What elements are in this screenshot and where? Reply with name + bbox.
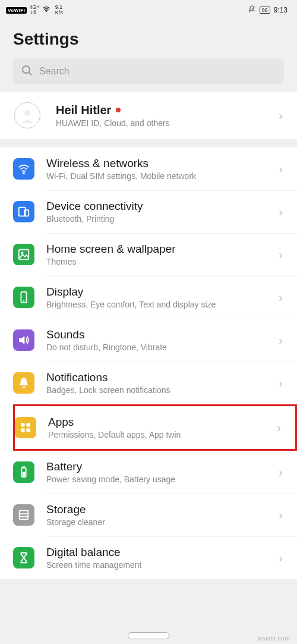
item-subtitle: Badges, Lock screen notifications — [46, 385, 275, 395]
status-left: VoWiFi 4G+.ııll 9.1K/s — [6, 5, 63, 15]
wifi-icon — [13, 158, 34, 180]
item-title: Home screen & wallpaper — [46, 243, 275, 256]
setting-item-notifications[interactable]: NotificationsBadges, Lock screen notific… — [13, 362, 297, 404]
item-title: Display — [46, 285, 275, 299]
chevron-right-icon: › — [275, 334, 283, 347]
avatar — [14, 102, 40, 128]
devices-icon — [13, 201, 34, 222]
item-subtitle: Bluetooth, Printing — [46, 214, 275, 224]
setting-item-storage[interactable]: StorageStorage cleaner› — [13, 494, 297, 536]
item-title: Wireless & networks — [46, 157, 275, 170]
account-sub: HUAWEI ID, Cloud, and others — [56, 118, 275, 128]
status-bar: VoWiFi 4G+.ııll 9.1K/s 86 9:13 — [0, 0, 297, 19]
setting-item-wireless[interactable]: Wireless & networksWi-Fi, Dual SIM setti… — [13, 147, 297, 190]
item-subtitle: Power saving mode, Battery usage — [46, 475, 275, 484]
setting-item-home-wall[interactable]: Home screen & wallpaperThemes› — [13, 233, 297, 276]
chevron-right-icon: › — [275, 508, 283, 522]
item-title: Digital balance — [46, 546, 275, 559]
setting-item-battery[interactable]: BatteryPower saving mode, Battery usage› — [13, 451, 297, 494]
watermark: wsxdn.com — [257, 635, 290, 642]
chevron-right-icon: › — [275, 162, 283, 176]
sound-icon — [13, 329, 34, 351]
item-title: Apps — [48, 416, 273, 429]
item-title: Battery — [46, 460, 275, 473]
item-title: Notifications — [46, 371, 275, 384]
chevron-right-icon: › — [275, 248, 283, 262]
setting-item-apps[interactable]: AppsPermissions, Default apps, App twin› — [13, 404, 297, 451]
item-subtitle: Wi-Fi, Dual SIM settings, Mobile network — [46, 171, 275, 181]
item-subtitle: Storage cleaner — [46, 517, 275, 527]
chevron-right-icon: › — [275, 205, 283, 219]
setting-item-device-conn[interactable]: Device connectivityBluetooth, Printing› — [13, 190, 297, 233]
search-icon — [21, 65, 32, 78]
search-placeholder: Search — [39, 66, 69, 77]
search-input[interactable]: Search — [13, 58, 284, 84]
search-wrap: Search — [0, 58, 297, 92]
battery-icon — [13, 461, 34, 483]
chevron-right-icon: › — [275, 376, 283, 390]
wifi-icon — [42, 6, 50, 14]
page-title: Settings — [0, 19, 297, 58]
item-subtitle: Permissions, Default apps, App twin — [48, 430, 273, 439]
item-title: Device connectivity — [46, 200, 275, 213]
svg-point-2 — [23, 66, 30, 73]
svg-point-4 — [24, 110, 30, 116]
item-subtitle: Screen time management — [46, 560, 275, 570]
storage-icon — [13, 504, 34, 526]
setting-item-sounds[interactable]: SoundsDo not disturb, Ringtone, Vibrate› — [13, 319, 297, 362]
network-indicator: 4G+.ııll — [29, 5, 39, 15]
hourglass-icon — [13, 547, 34, 568]
bell-icon — [13, 372, 34, 394]
svg-point-0 — [46, 11, 47, 12]
item-subtitle: Do not disturb, Ringtone, Vibrate — [46, 343, 275, 352]
account-name: Heil Hitler — [56, 103, 111, 117]
apps-icon — [15, 417, 36, 438]
clock: 9:13 — [274, 6, 287, 14]
item-subtitle: Brightness, Eye comfort, Text and displa… — [46, 300, 275, 309]
account-card: Heil Hitler HUAWEI ID, Cloud, and others… — [0, 92, 297, 139]
chevron-right-icon: › — [275, 466, 283, 479]
mute-icon — [248, 5, 256, 15]
svg-line-3 — [29, 73, 31, 75]
item-title: Storage — [46, 503, 275, 516]
home-indicator[interactable] — [128, 632, 169, 639]
chevron-right-icon: › — [275, 291, 283, 304]
setting-item-digital[interactable]: Digital balanceScreen time management› — [13, 536, 297, 579]
image-icon — [13, 244, 34, 265]
battery-indicator: 86 — [260, 7, 270, 14]
net-speed: 9.1K/s — [55, 5, 63, 15]
status-right: 86 9:13 — [248, 5, 287, 15]
chevron-right-icon: › — [273, 421, 281, 435]
chevron-right-icon: › — [275, 109, 283, 122]
setting-item-display[interactable]: DisplayBrightness, Eye comfort, Text and… — [13, 276, 297, 319]
notification-dot-icon — [116, 108, 121, 112]
item-title: Sounds — [46, 328, 275, 341]
account-row[interactable]: Heil Hitler HUAWEI ID, Cloud, and others… — [0, 92, 297, 139]
settings-list: Wireless & networksWi-Fi, Dual SIM setti… — [0, 147, 297, 579]
item-subtitle: Themes — [46, 257, 275, 266]
vowifi-badge: VoWiFi — [6, 7, 27, 14]
phone-icon — [13, 287, 34, 308]
chevron-right-icon: › — [275, 551, 283, 565]
